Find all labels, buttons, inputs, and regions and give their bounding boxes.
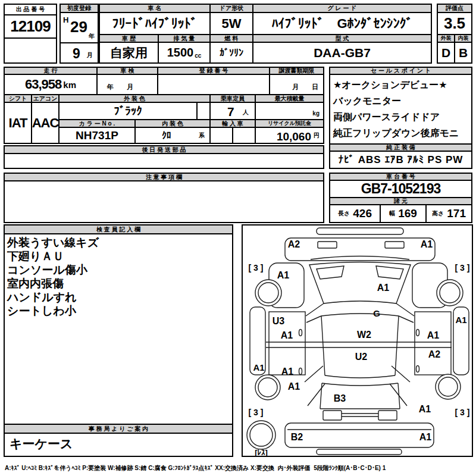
center-cross-lines bbox=[266, 342, 452, 347]
fuel-value: ｶﾞｿﾘﾝ bbox=[209, 42, 253, 64]
damage-label: A1 bbox=[419, 404, 431, 414]
color-no-value: NH731P bbox=[58, 127, 136, 144]
transfer-value: 月 日 bbox=[269, 74, 324, 95]
ext-color-value: ﾌﾞﾗｯｸ bbox=[58, 102, 198, 120]
int-color-value: ｸﾛ系 bbox=[134, 127, 211, 144]
first-reg-year-cell: H 29 年 bbox=[60, 12, 99, 43]
auction-no-label: 出 品 番 号 bbox=[16, 7, 45, 12]
car-top-view: A2A1[ 3 ][ 3 ]A1A1GU3A1A1A1W2U2A2A1A1A1B… bbox=[243, 226, 472, 456]
damage-label: A2 bbox=[428, 349, 441, 359]
inspector-note: 室内内張傷 bbox=[7, 277, 230, 290]
inspector-note: 下廻りＡＵ bbox=[7, 249, 230, 263]
inspector-note: ハンドルすれ bbox=[7, 290, 230, 304]
model-value: DAA-GB7 bbox=[252, 42, 432, 64]
damage-label: [ 3 ] bbox=[455, 263, 470, 273]
roof-sides bbox=[321, 316, 399, 375]
rear-gate bbox=[320, 383, 400, 409]
inspector-note: コンソール傷小 bbox=[7, 263, 230, 277]
score-value: 3.5 bbox=[437, 12, 472, 35]
auction-no-header: 出 品 番 号 bbox=[4, 4, 57, 15]
damage-label: A1 bbox=[281, 367, 294, 377]
spec-height: 高さ171 bbox=[425, 204, 472, 223]
right-taillight bbox=[378, 411, 397, 420]
recycle-value: 10,060円 bbox=[255, 127, 324, 144]
rear-window-top bbox=[325, 375, 395, 378]
office-note: キーケース bbox=[10, 437, 73, 450]
spec-width: 幅169 bbox=[380, 204, 427, 223]
inspector-note: 外装うすい線キズ bbox=[7, 236, 230, 249]
roof-front-edge bbox=[321, 314, 399, 316]
max-load-value: kg bbox=[255, 102, 324, 120]
later-parts-value bbox=[4, 153, 324, 169]
int-score-value: B bbox=[454, 42, 472, 64]
damage-label: B2 bbox=[291, 432, 303, 442]
damage-label: A1 bbox=[253, 362, 264, 372]
damage-label: [ 3 ] bbox=[455, 408, 470, 417]
sales-point: ★オークションデビュー★ bbox=[333, 77, 468, 93]
damage-label: [ 3 ] bbox=[249, 408, 264, 417]
damage-label: W2 bbox=[357, 330, 371, 340]
damage-label: [ﾚｽ] bbox=[255, 448, 268, 456]
car-name-value: ﾌﾘｰﾄﾞﾊｲﾌﾞﾘｯﾄﾞ bbox=[99, 12, 211, 35]
auction-no-value: 12109 bbox=[4, 14, 57, 39]
displacement-value: 1500cc bbox=[158, 42, 211, 64]
caution-body bbox=[4, 180, 324, 223]
damage-label: U2 bbox=[355, 352, 368, 362]
ext-score-value: D bbox=[437, 42, 455, 64]
damage-label: A1 bbox=[421, 239, 433, 249]
inspector-note: シートしわ小 bbox=[7, 304, 230, 318]
equipment-value: ﾅﾋﾞ ABS ｴｱB ｱﾙﾐ PS PW bbox=[329, 151, 472, 169]
damage-label: A1 bbox=[281, 330, 293, 340]
damage-label: A1 bbox=[277, 270, 290, 280]
damage-label: A1 bbox=[377, 283, 390, 293]
grade-value: ﾊｲﾌﾞﾘｯﾄﾞ Gﾎﾝﾀﾞｾﾝｼﾝｸﾞ bbox=[252, 12, 432, 35]
reg-no-value bbox=[157, 74, 270, 95]
damage-label: B3 bbox=[334, 393, 346, 403]
ext-color-sub-cell bbox=[196, 102, 211, 120]
damage-diagram: A2A1[ 3 ][ 3 ]A1A1GU3A1A1A1W2U2A2A1A1A1B… bbox=[242, 224, 473, 457]
auction-no-empty-cell bbox=[4, 37, 57, 64]
reg-month: 9 bbox=[73, 46, 80, 62]
damage-label: A1 bbox=[419, 432, 432, 442]
mileage-value: 63,958km bbox=[4, 74, 98, 95]
damage-label: U3 bbox=[273, 316, 285, 326]
history-value: 自家用 bbox=[99, 42, 159, 64]
legend: A:ｷｽﾞ U:ﾍｺﾐ B:ｷｽﾞを伴うﾍｺﾐ P:要塗装 W:補修跡 S:錆 … bbox=[5, 464, 472, 472]
front-lower-bar bbox=[317, 228, 403, 234]
auction-sheet: { "header": { "auction_no_label": "出 品 番… bbox=[0, 0, 476, 476]
reg-year: 29 bbox=[70, 18, 87, 36]
damage-label: A1 bbox=[455, 315, 466, 325]
shaken-value: 年 月 bbox=[96, 74, 158, 95]
import-cell-left bbox=[209, 127, 233, 144]
sales-point: 両側パワースライドドア bbox=[333, 109, 468, 125]
damage-label: A1 bbox=[427, 330, 440, 340]
left-taillight bbox=[323, 411, 342, 420]
right-doors bbox=[415, 312, 451, 375]
first-reg-month-cell: 9 月 bbox=[60, 42, 99, 64]
door-value: 5W bbox=[209, 12, 253, 35]
ac-value: AAC bbox=[31, 102, 60, 144]
spec-length: 長さ426 bbox=[329, 204, 381, 223]
import-cell-right bbox=[232, 127, 256, 144]
inspector-body: 外装うすい線キズ 下廻りＡＵ コンソール傷小 室内内張傷 ハンドルすれ シートし… bbox=[4, 233, 233, 425]
sales-point: バックモニター bbox=[333, 93, 468, 109]
office-body: キーケース bbox=[4, 433, 233, 457]
capacity-value: 7人 bbox=[209, 102, 256, 120]
shift-value: IAT bbox=[4, 102, 32, 144]
damage-label: G bbox=[373, 308, 380, 318]
damage-label: A2 bbox=[288, 239, 300, 249]
rear-window-bottom bbox=[322, 383, 398, 386]
rear-bumper bbox=[285, 423, 434, 447]
chassis-no-value: GB7-1052193 bbox=[329, 180, 472, 198]
front-bumper bbox=[285, 238, 435, 261]
era-letter: H bbox=[63, 15, 68, 24]
damage-label: [ 3 ] bbox=[249, 263, 264, 273]
damage-label: A1 bbox=[288, 381, 300, 392]
rear-lower-bar bbox=[317, 449, 402, 455]
a-pillars bbox=[306, 303, 414, 322]
sales-points-body: ★オークションデビュー★ バックモニター 両側パワースライドドア 純正フリップダ… bbox=[329, 74, 472, 145]
